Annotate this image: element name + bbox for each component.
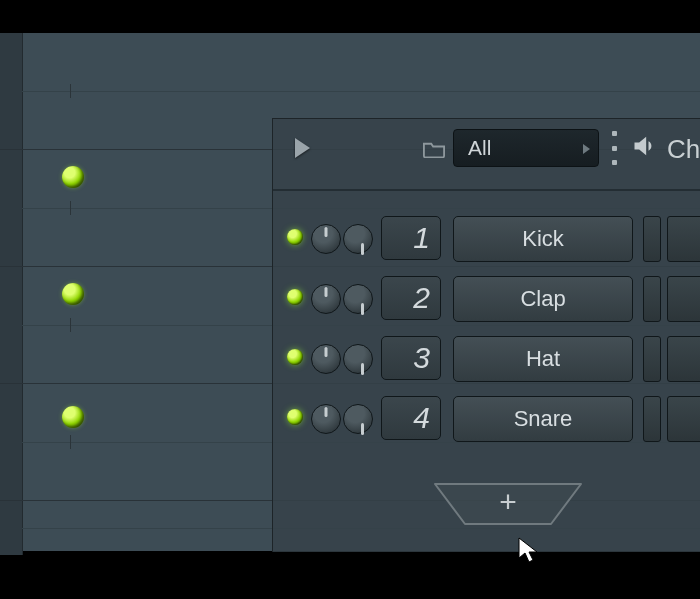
step-cell[interactable] — [643, 336, 661, 382]
channel-rack-toolbar: All Ch — [273, 119, 700, 181]
step-cell[interactable] — [667, 276, 700, 322]
channel-name-button[interactable]: Hat — [453, 336, 633, 382]
channel-row: 4Snare — [273, 391, 700, 449]
channel-number[interactable]: 2 — [381, 276, 441, 320]
channel-volume-knob[interactable] — [343, 344, 373, 374]
grid-tick — [70, 201, 71, 215]
filter-label: All — [468, 136, 491, 160]
track-header[interactable] — [0, 150, 23, 266]
channel-name-button[interactable]: Clap — [453, 276, 633, 322]
track-header[interactable] — [0, 33, 23, 149]
channel-header-right[interactable]: Ch — [631, 129, 700, 169]
channel-row: 2Clap — [273, 271, 700, 329]
options-menu-button[interactable] — [609, 131, 619, 165]
clip-marker-icon[interactable] — [62, 283, 84, 305]
play-icon — [295, 138, 310, 158]
channel-filter-dropdown[interactable]: All — [453, 129, 599, 167]
add-channel-button[interactable]: + — [433, 482, 583, 526]
clip-marker-icon[interactable] — [62, 406, 84, 428]
channel-mute-led[interactable] — [287, 229, 303, 245]
step-cell[interactable] — [667, 396, 700, 442]
workspace: All Ch 1Kick2Clap3Hat4Snare + — [0, 33, 700, 551]
channel-number[interactable]: 3 — [381, 336, 441, 380]
channel-mute-led[interactable] — [287, 349, 303, 365]
channel-name-button[interactable]: Kick — [453, 216, 633, 262]
step-cell[interactable] — [643, 396, 661, 442]
channel-row: 1Kick — [273, 211, 700, 269]
channel-number[interactable]: 1 — [381, 216, 441, 260]
channel-rack-panel: All Ch 1Kick2Clap3Hat4Snare + — [272, 118, 700, 552]
channel-rows: 1Kick2Clap3Hat4Snare — [273, 211, 700, 451]
track-header[interactable] — [0, 384, 23, 500]
clip-marker-icon[interactable] — [62, 166, 84, 188]
grid-tick — [70, 84, 71, 98]
step-cell[interactable] — [667, 336, 700, 382]
track-header[interactable] — [0, 501, 23, 555]
divider — [273, 189, 700, 191]
channel-pan-knob[interactable] — [311, 404, 341, 434]
channel-number[interactable]: 4 — [381, 396, 441, 440]
speaker-icon — [631, 132, 659, 167]
channel-row: 3Hat — [273, 331, 700, 389]
folder-icon — [423, 141, 445, 155]
step-cell[interactable] — [667, 216, 700, 262]
step-cell[interactable] — [643, 276, 661, 322]
plus-icon: + — [499, 485, 517, 519]
step-cell[interactable] — [643, 216, 661, 262]
play-button[interactable] — [287, 133, 317, 163]
track-header[interactable] — [0, 267, 23, 383]
channel-volume-knob[interactable] — [343, 404, 373, 434]
channel-mute-led[interactable] — [287, 289, 303, 305]
channel-pan-knob[interactable] — [311, 284, 341, 314]
grid-tick — [70, 435, 71, 449]
channel-volume-knob[interactable] — [343, 284, 373, 314]
cursor-icon — [516, 536, 540, 564]
header-right-label: Ch — [667, 134, 700, 165]
channel-pan-knob[interactable] — [311, 344, 341, 374]
grid-tick — [70, 318, 71, 332]
channel-pan-knob[interactable] — [311, 224, 341, 254]
channel-name-button[interactable]: Snare — [453, 396, 633, 442]
channel-volume-knob[interactable] — [343, 224, 373, 254]
chevron-right-icon — [583, 144, 590, 154]
channel-mute-led[interactable] — [287, 409, 303, 425]
